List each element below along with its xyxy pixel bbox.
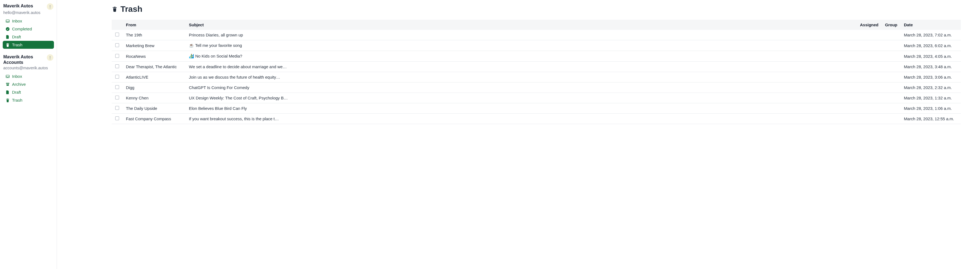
sidebar-item-label: Inbox — [12, 74, 22, 79]
sidebar-item-label: Trash — [12, 98, 22, 102]
file-icon — [5, 90, 10, 94]
account-name: Maverik Autos Accounts — [3, 54, 47, 65]
cell-assigned — [856, 83, 882, 93]
cell-date: March 28, 2023, 6:02 a.m. — [900, 40, 961, 51]
app-container: Maverik Autos⋮hello@maverik.autosInboxCo… — [0, 0, 980, 269]
account-header: Maverik Autos⋮ — [3, 2, 54, 10]
account-menu-button[interactable]: ⋮ — [47, 54, 53, 61]
folder-list: InboxArchiveDraftTrash — [3, 72, 54, 107]
row-checkbox-cell — [112, 30, 123, 40]
dots-vertical-icon: ⋮ — [48, 5, 52, 9]
sidebar: Maverik Autos⋮hello@maverik.autosInboxCo… — [0, 0, 57, 269]
column-header-from[interactable]: From — [123, 20, 186, 30]
sidebar-item-inbox[interactable]: Inbox — [3, 17, 54, 25]
cell-group — [882, 93, 900, 103]
row-checkbox[interactable] — [115, 75, 119, 79]
trash-icon — [5, 43, 10, 47]
row-checkbox[interactable] — [115, 43, 119, 47]
column-header-subject[interactable]: Subject — [186, 20, 856, 30]
column-header-assigned[interactable]: Assigned — [856, 20, 882, 30]
table-header-row: From Subject Assigned Group Date — [112, 20, 961, 30]
sidebar-item-label: Draft — [12, 90, 21, 94]
row-checkbox-cell — [112, 72, 123, 83]
table-row[interactable]: Marketing Brew☕ Tell me your favorite so… — [112, 40, 961, 51]
mail-table: From Subject Assigned Group Date The 19t… — [112, 20, 961, 124]
table-row[interactable]: RocaNews🏄‍♂️ No Kids on Social Media?Mar… — [112, 51, 961, 62]
cell-assigned — [856, 51, 882, 62]
archive-icon — [5, 82, 10, 87]
row-checkbox[interactable] — [115, 54, 119, 58]
file-icon — [5, 35, 10, 39]
row-checkbox-cell — [112, 40, 123, 51]
sidebar-item-draft[interactable]: Draft — [3, 88, 54, 96]
sidebar-item-archive[interactable]: Archive — [3, 80, 54, 88]
row-checkbox[interactable] — [115, 116, 119, 120]
cell-from: RocaNews — [123, 51, 186, 62]
column-header-checkbox — [112, 20, 123, 30]
sidebar-item-draft[interactable]: Draft — [3, 33, 54, 41]
svg-rect-3 — [6, 83, 9, 84]
folder-list: InboxCompletedDraftTrash — [3, 17, 54, 51]
sidebar-item-trash[interactable]: Trash — [3, 96, 54, 104]
table-row[interactable]: DiggChatGPT Is Coming For ComedyMarch 28… — [112, 83, 961, 93]
row-checkbox-cell — [112, 114, 123, 124]
cell-group — [882, 103, 900, 114]
cell-group — [882, 83, 900, 93]
row-checkbox[interactable] — [115, 96, 119, 99]
table-row[interactable]: Kenny ChenUX Design Weekly: The Cost of … — [112, 93, 961, 103]
cell-group — [882, 40, 900, 51]
cell-date: March 28, 2023, 7:02 a.m. — [900, 30, 961, 40]
table-row[interactable]: Fast Company CompassIf you want breakout… — [112, 114, 961, 124]
row-checkbox[interactable] — [115, 33, 119, 37]
cell-date: March 28, 2023, 1:32 a.m. — [900, 93, 961, 103]
trash-icon — [5, 98, 10, 102]
account-block: Maverik Autos Accounts⋮accounts@maverik.… — [3, 53, 54, 107]
cell-subject: UX Design Weekly: The Cost of Craft, Psy… — [186, 93, 856, 103]
sidebar-item-inbox[interactable]: Inbox — [3, 72, 54, 80]
cell-date: March 28, 2023, 1:06 a.m. — [900, 103, 961, 114]
inbox-icon — [5, 74, 10, 79]
cell-group — [882, 62, 900, 72]
page-header: Trash — [112, 5, 961, 14]
cell-from: The Daily Upside — [123, 103, 186, 114]
cell-date: March 28, 2023, 2:32 a.m. — [900, 83, 961, 93]
table-row[interactable]: Dear Therapist, The AtlanticWe set a dea… — [112, 62, 961, 72]
cell-from: Fast Company Compass — [123, 114, 186, 124]
check-icon — [5, 27, 10, 31]
row-checkbox[interactable] — [115, 64, 119, 68]
row-checkbox[interactable] — [115, 106, 119, 110]
cell-assigned — [856, 114, 882, 124]
account-header: Maverik Autos Accounts⋮ — [3, 53, 54, 66]
row-checkbox[interactable] — [115, 85, 119, 89]
cell-subject: Join us as we discuss the future of heal… — [186, 72, 856, 83]
cell-group — [882, 30, 900, 40]
page-title: Trash — [121, 5, 142, 14]
sidebar-item-completed[interactable]: Completed — [3, 25, 54, 33]
account-email: accounts@maverik.autos — [3, 66, 54, 72]
row-checkbox-cell — [112, 103, 123, 114]
cell-from: Digg — [123, 83, 186, 93]
table-row[interactable]: The 19thPrincess Diaries, all grown upMa… — [112, 30, 961, 40]
cell-assigned — [856, 40, 882, 51]
cell-date: March 28, 2023, 4:05 a.m. — [900, 51, 961, 62]
svg-point-1 — [6, 27, 9, 31]
cell-group — [882, 72, 900, 83]
cell-subject: If you want breakout success, this is th… — [186, 114, 856, 124]
row-checkbox-cell — [112, 51, 123, 62]
account-name: Maverik Autos — [3, 3, 33, 9]
table-row[interactable]: AtlanticLIVEJoin us as we discuss the fu… — [112, 72, 961, 83]
column-header-date[interactable]: Date — [900, 20, 961, 30]
cell-assigned — [856, 30, 882, 40]
sidebar-item-label: Trash — [12, 43, 22, 47]
inbox-icon — [5, 19, 10, 23]
cell-subject: Princess Diaries, all grown up — [186, 30, 856, 40]
account-menu-button[interactable]: ⋮ — [47, 3, 53, 10]
cell-subject: ☕ Tell me your favorite song — [186, 40, 856, 51]
table-row[interactable]: The Daily UpsideElon Believes Blue Bird … — [112, 103, 961, 114]
sidebar-item-trash[interactable]: Trash — [3, 41, 54, 49]
cell-subject: 🏄‍♂️ No Kids on Social Media? — [186, 51, 856, 62]
cell-assigned — [856, 103, 882, 114]
column-header-group[interactable]: Group — [882, 20, 900, 30]
cell-group — [882, 51, 900, 62]
sidebar-item-label: Draft — [12, 35, 21, 39]
